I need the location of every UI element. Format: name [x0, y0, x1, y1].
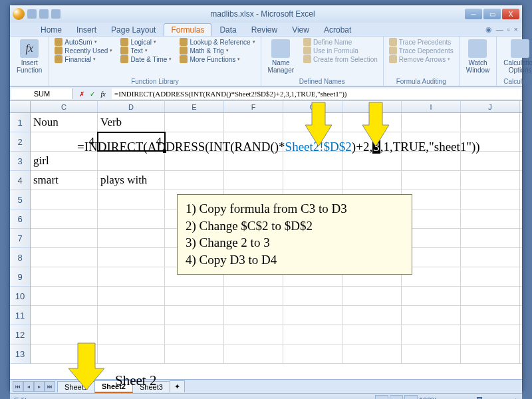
cell-I12[interactable] — [402, 325, 461, 344]
cell-D13[interactable] — [98, 344, 165, 363]
row-header-1[interactable]: 1 — [10, 113, 30, 132]
recent-button[interactable]: Recently Used▾ — [53, 47, 114, 55]
cell-D10[interactable] — [98, 287, 165, 305]
cell-I10[interactable] — [402, 287, 461, 305]
close-doc-icon[interactable]: × — [514, 25, 518, 34]
cell-H12[interactable] — [342, 325, 402, 344]
cell-J10[interactable] — [461, 287, 520, 305]
tab-pagelayout[interactable]: Page Layout — [104, 24, 162, 36]
qat-redo-icon[interactable] — [51, 9, 61, 19]
cell-J8[interactable] — [461, 248, 520, 267]
cell-C11[interactable] — [31, 306, 98, 325]
cell-H10[interactable] — [342, 287, 402, 305]
office-button[interactable] — [13, 8, 25, 20]
cell-J4[interactable] — [461, 171, 520, 190]
cell-C1[interactable]: Noun — [31, 113, 98, 132]
row-header-7[interactable]: 7 — [10, 229, 30, 248]
autosum-button[interactable]: AutoSum▾ — [53, 38, 114, 46]
restore-icon[interactable]: ▫ — [507, 25, 510, 34]
cell-F1[interactable] — [224, 113, 283, 132]
cell-C10[interactable] — [31, 287, 98, 305]
name-manager-button[interactable]: NameManager — [265, 38, 297, 75]
normal-view-button[interactable] — [375, 395, 388, 399]
pagebreak-view-button[interactable] — [404, 395, 418, 399]
financial-button[interactable]: Financial▾ — [53, 55, 114, 63]
cell-G12[interactable] — [283, 325, 342, 344]
cell-H4[interactable] — [342, 171, 402, 190]
tab-acrobat[interactable]: Acrobat — [317, 24, 358, 36]
cell-D12[interactable] — [98, 325, 165, 344]
cell-F10[interactable] — [224, 287, 283, 305]
cell-J9[interactable] — [461, 267, 520, 286]
close-button[interactable]: X — [502, 9, 519, 19]
select-all-corner[interactable] — [10, 101, 31, 112]
help-icon[interactable]: — — [496, 25, 503, 34]
cell-E3[interactable] — [165, 152, 224, 170]
name-box[interactable]: SUM — [11, 88, 73, 99]
row-header-2[interactable]: 2 — [10, 132, 30, 152]
cell-F3[interactable] — [224, 152, 283, 170]
cell-D3[interactable] — [98, 152, 165, 170]
cell-G3[interactable] — [283, 152, 342, 170]
row-header-11[interactable]: 11 — [10, 306, 30, 325]
cell-J11[interactable] — [461, 306, 520, 325]
cancel-icon[interactable]: ✗ — [77, 89, 86, 98]
enter-icon[interactable]: ✓ — [88, 89, 97, 98]
calc-options-button[interactable]: CalculationOptions — [501, 38, 532, 75]
zoom-out-button[interactable]: − — [439, 396, 443, 399]
col-header-C[interactable]: C — [31, 101, 98, 112]
insert-function-button[interactable]: fx InsertFunction — [14, 38, 45, 75]
cell-I1[interactable] — [402, 113, 461, 132]
cell-H11[interactable] — [342, 306, 402, 325]
tab-nav-prev[interactable]: ◂ — [23, 381, 34, 392]
lookup-button[interactable]: Lookup & Reference▾ — [178, 38, 256, 46]
fx-bar-icon[interactable]: fx — [98, 89, 108, 98]
maximize-button[interactable]: ▭ — [483, 9, 501, 19]
cell-I11[interactable] — [402, 306, 461, 325]
col-header-E[interactable]: E — [165, 101, 224, 112]
minimize-button[interactable]: ─ — [465, 9, 482, 19]
col-header-J[interactable]: J — [461, 101, 520, 112]
watch-window-button[interactable]: WatchWindow — [464, 38, 493, 75]
cell-E12[interactable] — [165, 325, 224, 344]
cell-F4[interactable] — [224, 171, 283, 190]
row-header-4[interactable]: 4 — [10, 171, 30, 190]
row-header-5[interactable]: 5 — [10, 190, 30, 209]
cell-D4[interactable]: plays with — [98, 171, 165, 190]
cell-C4[interactable]: smart — [31, 171, 98, 190]
row-header-9[interactable]: 9 — [10, 267, 30, 287]
row-header-6[interactable]: 6 — [10, 209, 30, 229]
cell-E4[interactable] — [165, 171, 224, 190]
text-button[interactable]: Text▾ — [119, 47, 173, 55]
cell-D7[interactable] — [98, 229, 165, 247]
create-selection-button[interactable]: Create from Selection — [302, 55, 379, 63]
trace-precedents-button[interactable]: Trace Precedents — [388, 38, 455, 46]
cell-G13[interactable] — [283, 344, 342, 363]
cell-E10[interactable] — [165, 287, 224, 305]
tab-home[interactable]: Home — [34, 24, 68, 36]
row-header-13[interactable]: 13 — [10, 344, 30, 364]
row-header-12[interactable]: 12 — [10, 325, 30, 344]
col-header-I[interactable]: I — [402, 101, 461, 112]
cell-C12[interactable] — [31, 325, 98, 344]
cell-F11[interactable] — [224, 306, 283, 325]
pagelayout-view-button[interactable] — [390, 395, 403, 399]
cell-I4[interactable] — [402, 171, 461, 190]
more-fn-button[interactable]: More Functions▾ — [178, 55, 256, 63]
tab-nav-last[interactable]: ⏭ — [45, 381, 55, 392]
trace-dependents-button[interactable]: Trace Dependents — [388, 47, 455, 55]
cell-H13[interactable] — [342, 344, 402, 363]
tab-nav-first[interactable]: ⏮ — [13, 381, 23, 392]
cell-F13[interactable] — [224, 344, 283, 363]
math-button[interactable]: Math & Trig▾ — [178, 47, 256, 55]
tab-insert[interactable]: Insert — [70, 24, 103, 36]
cell-D9[interactable] — [98, 267, 165, 286]
use-formula-button[interactable]: Use in Formula — [302, 47, 379, 55]
tab-view[interactable]: View — [285, 24, 316, 36]
new-sheet-button[interactable]: ✦ — [170, 380, 185, 392]
cell-D1[interactable]: Verb — [98, 113, 165, 132]
cell-C8[interactable] — [31, 248, 98, 267]
zoom-in-button[interactable]: + — [514, 396, 518, 399]
tab-review[interactable]: Review — [245, 24, 284, 36]
qat-save-icon[interactable] — [27, 9, 37, 19]
